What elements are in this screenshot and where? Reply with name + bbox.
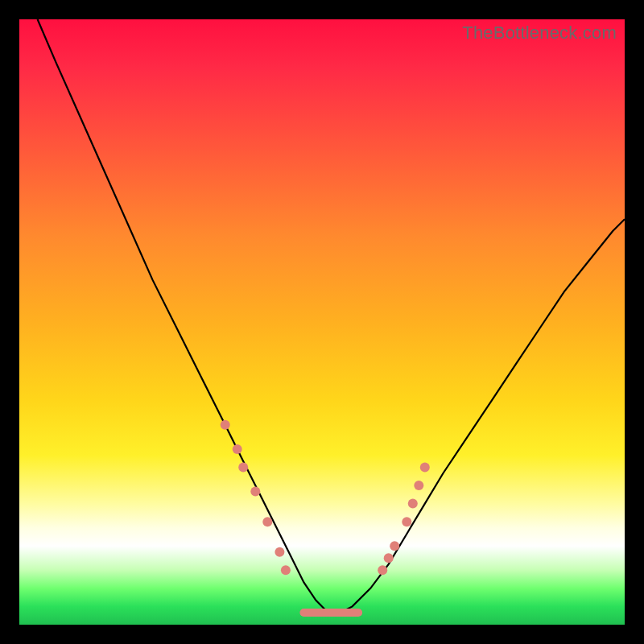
- curve-marker-dot: [390, 541, 399, 551]
- curve-marker-dot: [420, 463, 430, 473]
- curve-marker-dot: [250, 487, 260, 497]
- plot-area: TheBottleneck.com: [19, 19, 625, 625]
- chart-svg: [19, 19, 625, 625]
- curve-marker-dot: [221, 420, 230, 430]
- curve-markers: [221, 420, 430, 576]
- curve-marker-dot: [275, 547, 284, 557]
- curve-marker-dot: [233, 444, 242, 454]
- chart-frame: TheBottleneck.com: [0, 0, 644, 644]
- curve-marker-dot: [262, 517, 272, 526]
- curve-marker-dot: [384, 553, 394, 563]
- curve-marker-dot: [238, 463, 248, 473]
- curve-marker-dot: [281, 565, 291, 575]
- curve-marker-dot: [378, 565, 387, 575]
- curve-marker-dot: [402, 517, 411, 526]
- bottleneck-curve: [38, 19, 625, 613]
- curve-marker-dot: [408, 499, 418, 509]
- curve-marker-dot: [414, 481, 423, 490]
